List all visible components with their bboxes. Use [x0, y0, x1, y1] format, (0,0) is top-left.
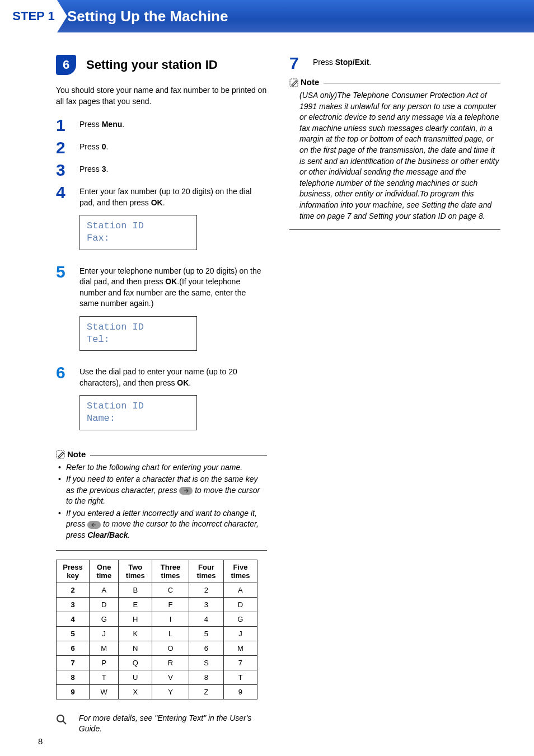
- table-cell: 3: [189, 597, 224, 612]
- table-header: One time: [90, 560, 119, 583]
- table-cell: Z: [189, 684, 224, 699]
- section-number-badge: 6: [56, 55, 76, 75]
- step-number: 2: [56, 139, 69, 156]
- table-cell: X: [119, 684, 152, 699]
- table-cell: G: [223, 612, 257, 626]
- step-5: 5 Enter your telephone number (up to 20 …: [56, 264, 267, 359]
- step-1: 1 Press Menu.: [56, 117, 267, 134]
- table-header: Three times: [152, 560, 189, 583]
- table-cell: 9: [223, 684, 257, 699]
- step-4: 4 Enter your fax number (up to 20 digits…: [56, 184, 267, 257]
- detail-text: For more details, see "Entering Text" in…: [79, 713, 267, 735]
- table-cell: P: [90, 655, 119, 670]
- step-number: 3: [56, 162, 69, 179]
- table-cell: A: [223, 583, 257, 597]
- table-cell: 6: [57, 641, 90, 655]
- table-cell: 4: [57, 612, 90, 626]
- step-body: Press 3.: [79, 162, 267, 175]
- note-body: Refer to the following chart for enterin…: [56, 461, 267, 548]
- table-cell: 2: [57, 583, 90, 597]
- table-cell: 9: [57, 684, 90, 699]
- table-cell: R: [152, 655, 189, 670]
- table-cell: E: [119, 597, 152, 612]
- section-heading: 6 Setting your station ID: [56, 55, 267, 75]
- table-cell: I: [152, 612, 189, 626]
- table-cell: Q: [119, 655, 152, 670]
- table-cell: L: [152, 626, 189, 641]
- table-cell: 8: [189, 670, 224, 684]
- table-cell: T: [90, 670, 119, 684]
- step-body: Press Stop/Exit.: [313, 55, 500, 68]
- table-cell: F: [152, 597, 189, 612]
- table-cell: 2: [189, 583, 224, 597]
- note-label: Note: [301, 77, 319, 87]
- step-number: 6: [56, 364, 69, 381]
- table-cell: 4: [189, 612, 224, 626]
- page-banner: Setting Up the Machine: [0, 0, 534, 32]
- table-cell: T: [223, 670, 257, 684]
- table-cell: W: [90, 684, 119, 699]
- table-row: 5JKL5J: [57, 626, 257, 641]
- table-cell: J: [90, 626, 119, 641]
- table-row: 7PQRS7: [57, 655, 257, 670]
- lcd-display: Station ID Name:: [79, 395, 197, 430]
- step-number: 1: [56, 117, 69, 134]
- table-cell: 6: [189, 641, 224, 655]
- banner-title: Setting Up the Machine: [67, 8, 228, 25]
- step-badge: STEP 1: [0, 0, 67, 32]
- pencil-icon: [289, 78, 301, 88]
- step-2: 2 Press 0.: [56, 139, 267, 156]
- table-cell: B: [119, 583, 152, 597]
- table-cell: H: [119, 612, 152, 626]
- note-label: Note: [67, 449, 86, 459]
- page-number: 8: [38, 736, 43, 746]
- table-row: 4GHI4G: [57, 612, 257, 626]
- lcd-display: Station ID Fax:: [79, 215, 197, 250]
- step-body: Enter your fax number (up to 20 digits) …: [79, 184, 267, 257]
- right-arrow-key-icon: [179, 487, 193, 495]
- note-item: Refer to the following chart for enterin…: [66, 462, 267, 473]
- magnifier-icon: [56, 713, 69, 727]
- svg-line-2: [63, 721, 66, 724]
- table-cell: N: [119, 641, 152, 655]
- table-cell: 5: [57, 626, 90, 641]
- table-header: Five times: [223, 560, 257, 583]
- step-7: 7 Press Stop/Exit.: [289, 55, 500, 72]
- table-cell: M: [90, 641, 119, 655]
- section-title-text: Setting your station ID: [86, 58, 218, 72]
- table-cell: G: [90, 612, 119, 626]
- step-body: Press 0.: [79, 139, 267, 153]
- left-arrow-key-icon: [87, 521, 101, 529]
- note-block: Note (USA only)The Telephone Consumer Pr…: [289, 77, 500, 230]
- step-3: 3 Press 3.: [56, 162, 267, 179]
- table-cell: Y: [152, 684, 189, 699]
- table-cell: M: [223, 641, 257, 655]
- step-number: 4: [56, 184, 69, 201]
- step-6: 6 Use the dial pad to enter your name (u…: [56, 364, 267, 438]
- table-cell: D: [223, 597, 257, 612]
- table-header: Press key: [57, 560, 90, 583]
- step-number: 7: [289, 55, 303, 72]
- table-cell: 7: [57, 655, 90, 670]
- table-cell: K: [119, 626, 152, 641]
- table-header: Two times: [119, 560, 152, 583]
- step-body: Press Menu.: [79, 117, 267, 130]
- step-body: Enter your telephone number (up to 20 di…: [79, 264, 267, 359]
- table-row: 8TUV8T: [57, 670, 257, 684]
- step-body: Use the dial pad to enter your name (up …: [79, 364, 267, 438]
- character-entry-table: Press keyOne timeTwo timesThree timesFou…: [56, 560, 257, 699]
- table-row: 2ABC2A: [57, 583, 257, 597]
- note-block: Note Refer to the following chart for en…: [56, 449, 267, 551]
- table-cell: O: [152, 641, 189, 655]
- table-cell: U: [119, 670, 152, 684]
- right-column: 7 Press Stop/Exit. Note (USA only)The Te…: [289, 55, 500, 735]
- lcd-display: Station ID Tel:: [79, 316, 197, 351]
- table-cell: V: [152, 670, 189, 684]
- table-row: 3DEF3D: [57, 597, 257, 612]
- pencil-icon: [56, 450, 67, 460]
- table-cell: D: [90, 597, 119, 612]
- table-cell: 8: [57, 670, 90, 684]
- table-cell: 3: [57, 597, 90, 612]
- note-item: If you entered a letter incorrectly and …: [66, 508, 267, 541]
- table-cell: 7: [223, 655, 257, 670]
